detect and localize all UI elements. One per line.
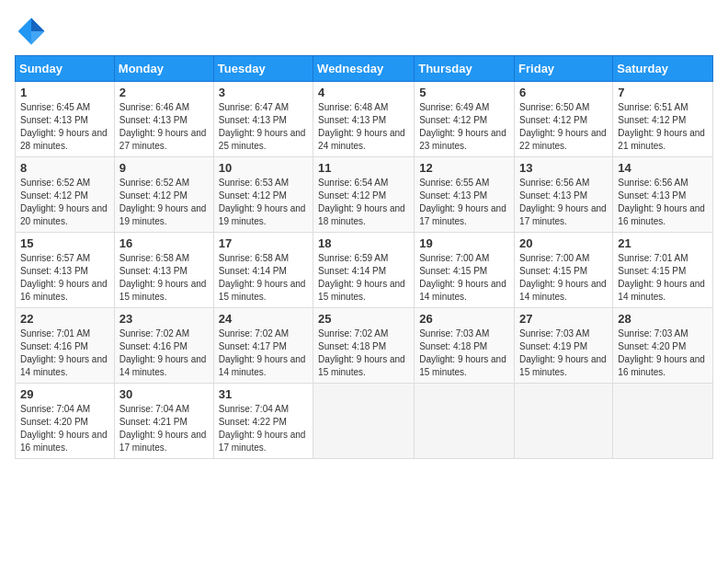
day-number: 29 [20, 387, 109, 401]
calendar-cell: 27 Sunrise: 7:03 AM Sunset: 4:19 PM Dayl… [515, 308, 613, 384]
day-number: 14 [618, 161, 708, 175]
day-number: 19 [419, 236, 509, 250]
calendar-cell: 26 Sunrise: 7:03 AM Sunset: 4:18 PM Dayl… [415, 308, 515, 384]
day-number: 10 [219, 161, 308, 175]
svg-marker-1 [31, 18, 44, 31]
day-number: 27 [519, 312, 608, 326]
day-info: Sunrise: 7:04 AM Sunset: 4:21 PM Dayligh… [119, 403, 209, 454]
calendar-cell: 1 Sunrise: 6:45 AM Sunset: 4:13 PM Dayli… [16, 82, 115, 157]
calendar: SundayMondayTuesdayWednesdayThursdayFrid… [15, 55, 713, 459]
day-info: Sunrise: 6:45 AM Sunset: 4:13 PM Dayligh… [20, 101, 109, 153]
calendar-cell: 4 Sunrise: 6:48 AM Sunset: 4:13 PM Dayli… [313, 82, 415, 157]
calendar-cell [515, 384, 613, 459]
calendar-cell [613, 384, 713, 459]
calendar-cell: 25 Sunrise: 7:02 AM Sunset: 4:18 PM Dayl… [313, 308, 415, 384]
day-info: Sunrise: 7:03 AM Sunset: 4:19 PM Dayligh… [519, 327, 608, 379]
day-number: 9 [119, 161, 209, 175]
day-number: 24 [219, 312, 308, 326]
calendar-cell: 3 Sunrise: 6:47 AM Sunset: 4:13 PM Dayli… [213, 82, 313, 157]
day-number: 4 [318, 86, 409, 99]
logo-icon [15, 15, 48, 48]
calendar-cell: 12 Sunrise: 6:55 AM Sunset: 4:13 PM Dayl… [415, 157, 515, 233]
day-info: Sunrise: 6:50 AM Sunset: 4:12 PM Dayligh… [519, 101, 608, 153]
calendar-cell: 16 Sunrise: 6:58 AM Sunset: 4:13 PM Dayl… [114, 233, 213, 308]
logo [15, 15, 51, 48]
day-number: 1 [20, 86, 109, 99]
day-number: 15 [20, 236, 109, 250]
calendar-week-row: 1 Sunrise: 6:45 AM Sunset: 4:13 PM Dayli… [16, 82, 713, 157]
svg-marker-2 [31, 31, 44, 44]
calendar-cell: 11 Sunrise: 6:54 AM Sunset: 4:12 PM Dayl… [313, 157, 415, 233]
calendar-cell: 5 Sunrise: 6:49 AM Sunset: 4:12 PM Dayli… [415, 82, 515, 157]
day-info: Sunrise: 7:01 AM Sunset: 4:16 PM Dayligh… [20, 327, 109, 379]
day-info: Sunrise: 6:59 AM Sunset: 4:14 PM Dayligh… [318, 252, 409, 304]
day-info: Sunrise: 7:02 AM Sunset: 4:18 PM Dayligh… [318, 327, 409, 379]
day-info: Sunrise: 6:52 AM Sunset: 4:12 PM Dayligh… [119, 177, 209, 228]
day-info: Sunrise: 6:53 AM Sunset: 4:12 PM Dayligh… [219, 177, 308, 228]
calendar-cell: 8 Sunrise: 6:52 AM Sunset: 4:12 PM Dayli… [16, 157, 115, 233]
day-number: 30 [119, 387, 209, 401]
calendar-cell: 23 Sunrise: 7:02 AM Sunset: 4:16 PM Dayl… [114, 308, 213, 384]
day-number: 3 [219, 86, 308, 99]
calendar-cell: 20 Sunrise: 7:00 AM Sunset: 4:15 PM Dayl… [515, 233, 613, 308]
day-info: Sunrise: 6:56 AM Sunset: 4:13 PM Dayligh… [618, 177, 708, 228]
calendar-cell: 24 Sunrise: 7:02 AM Sunset: 4:17 PM Dayl… [213, 308, 313, 384]
day-number: 2 [119, 86, 209, 99]
calendar-cell: 22 Sunrise: 7:01 AM Sunset: 4:16 PM Dayl… [16, 308, 115, 384]
day-info: Sunrise: 7:00 AM Sunset: 4:15 PM Dayligh… [419, 252, 509, 304]
day-number: 7 [618, 86, 708, 99]
calendar-cell: 17 Sunrise: 6:58 AM Sunset: 4:14 PM Dayl… [213, 233, 313, 308]
day-info: Sunrise: 6:47 AM Sunset: 4:13 PM Dayligh… [219, 101, 308, 153]
calendar-cell: 14 Sunrise: 6:56 AM Sunset: 4:13 PM Dayl… [613, 157, 713, 233]
calendar-cell: 6 Sunrise: 6:50 AM Sunset: 4:12 PM Dayli… [515, 82, 613, 157]
calendar-cell: 18 Sunrise: 6:59 AM Sunset: 4:14 PM Dayl… [313, 233, 415, 308]
calendar-header-row: SundayMondayTuesdayWednesdayThursdayFrid… [16, 56, 713, 82]
day-info: Sunrise: 6:49 AM Sunset: 4:12 PM Dayligh… [419, 101, 509, 153]
calendar-cell: 2 Sunrise: 6:46 AM Sunset: 4:13 PM Dayli… [114, 82, 213, 157]
calendar-cell: 21 Sunrise: 7:01 AM Sunset: 4:15 PM Dayl… [613, 233, 713, 308]
day-number: 6 [519, 86, 608, 99]
day-header-sunday: Sunday [16, 56, 115, 82]
day-header-saturday: Saturday [613, 56, 713, 82]
day-number: 8 [20, 161, 109, 175]
calendar-week-row: 8 Sunrise: 6:52 AM Sunset: 4:12 PM Dayli… [16, 157, 713, 233]
day-info: Sunrise: 7:03 AM Sunset: 4:18 PM Dayligh… [419, 327, 509, 379]
day-number: 20 [519, 236, 608, 250]
day-info: Sunrise: 7:04 AM Sunset: 4:22 PM Dayligh… [219, 403, 308, 454]
day-header-thursday: Thursday [415, 56, 515, 82]
calendar-cell: 9 Sunrise: 6:52 AM Sunset: 4:12 PM Dayli… [114, 157, 213, 233]
calendar-cell: 31 Sunrise: 7:04 AM Sunset: 4:22 PM Dayl… [213, 384, 313, 459]
calendar-cell: 30 Sunrise: 7:04 AM Sunset: 4:21 PM Dayl… [114, 384, 213, 459]
day-info: Sunrise: 6:48 AM Sunset: 4:13 PM Dayligh… [318, 101, 409, 153]
day-info: Sunrise: 6:54 AM Sunset: 4:12 PM Dayligh… [318, 177, 409, 228]
calendar-cell [313, 384, 415, 459]
calendar-cell [415, 384, 515, 459]
day-header-friday: Friday [515, 56, 613, 82]
day-number: 22 [20, 312, 109, 326]
calendar-cell: 7 Sunrise: 6:51 AM Sunset: 4:12 PM Dayli… [613, 82, 713, 157]
day-number: 28 [618, 312, 708, 326]
day-info: Sunrise: 6:56 AM Sunset: 4:13 PM Dayligh… [519, 177, 608, 228]
day-info: Sunrise: 6:58 AM Sunset: 4:13 PM Dayligh… [119, 252, 209, 304]
day-header-wednesday: Wednesday [313, 56, 415, 82]
calendar-week-row: 22 Sunrise: 7:01 AM Sunset: 4:16 PM Dayl… [16, 308, 713, 384]
day-info: Sunrise: 7:02 AM Sunset: 4:17 PM Dayligh… [219, 327, 308, 379]
day-number: 21 [618, 236, 708, 250]
day-number: 23 [119, 312, 209, 326]
day-number: 31 [219, 387, 308, 401]
day-info: Sunrise: 7:02 AM Sunset: 4:16 PM Dayligh… [119, 327, 209, 379]
day-info: Sunrise: 7:04 AM Sunset: 4:20 PM Dayligh… [20, 403, 109, 454]
day-number: 16 [119, 236, 209, 250]
day-info: Sunrise: 6:51 AM Sunset: 4:12 PM Dayligh… [618, 101, 708, 153]
day-info: Sunrise: 6:57 AM Sunset: 4:13 PM Dayligh… [20, 252, 109, 304]
calendar-cell: 28 Sunrise: 7:03 AM Sunset: 4:20 PM Dayl… [613, 308, 713, 384]
day-number: 18 [318, 236, 409, 250]
calendar-week-row: 29 Sunrise: 7:04 AM Sunset: 4:20 PM Dayl… [16, 384, 713, 459]
day-number: 25 [318, 312, 409, 326]
calendar-cell: 10 Sunrise: 6:53 AM Sunset: 4:12 PM Dayl… [213, 157, 313, 233]
day-number: 26 [419, 312, 509, 326]
day-number: 11 [318, 161, 409, 175]
day-info: Sunrise: 7:01 AM Sunset: 4:15 PM Dayligh… [618, 252, 708, 304]
day-info: Sunrise: 7:03 AM Sunset: 4:20 PM Dayligh… [618, 327, 708, 379]
calendar-cell: 15 Sunrise: 6:57 AM Sunset: 4:13 PM Dayl… [16, 233, 115, 308]
